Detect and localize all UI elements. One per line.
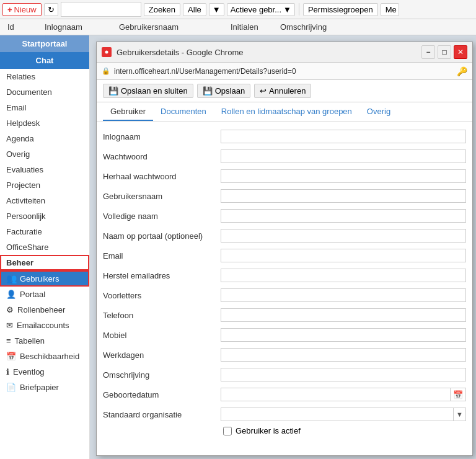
- input-telefoon[interactable]: [221, 308, 466, 322]
- sidebar-item-overig[interactable]: Overig: [0, 146, 89, 162]
- gebruikers-icon: 👥: [6, 274, 17, 283]
- sidebar-item-briefpapier[interactable]: 📄 Briefpapier: [0, 380, 89, 395]
- col-id: Id: [2, 22, 40, 32]
- sidebar-item-officeshare[interactable]: OfficeShare: [0, 239, 89, 255]
- dropdown-arrow: ▼: [283, 5, 291, 14]
- gebruiker-actief-row: Gebruiker is actief: [103, 426, 466, 435]
- nieuw-label: Nieuw: [14, 5, 37, 14]
- modal-tabs: Gebruiker Documenten Rollen en lidmaatsc…: [97, 102, 472, 122]
- sidebar-item-helpdesk[interactable]: Helpdesk: [0, 115, 89, 131]
- minimize-button[interactable]: −: [421, 45, 435, 59]
- emailaccounts-label: Emailaccounts: [17, 321, 69, 330]
- dropdown-arrow-icon[interactable]: ▼: [453, 408, 465, 421]
- permissiegroepen-button[interactable]: Permissiegroepen: [303, 3, 378, 16]
- sidebar-item-beschikbaarheid[interactable]: 📅 Beschikbaarheid: [0, 349, 89, 364]
- sidebar-item-portaal[interactable]: 👤 Portaal: [0, 287, 89, 302]
- sidebar-item-persoonlijk[interactable]: Persoonlijk: [0, 208, 89, 224]
- annuleren-button[interactable]: ↩ Annuleren: [254, 84, 311, 98]
- input-werkdagen[interactable]: [221, 348, 466, 362]
- nieuw-button[interactable]: + Nieuw: [2, 3, 42, 16]
- sidebar-item-relaties[interactable]: Relaties: [0, 69, 89, 84]
- sidebar-item-activiteiten[interactable]: Activiteiten: [0, 193, 89, 208]
- sidebar-item-gebruikers[interactable]: 👥 Gebruikers: [0, 270, 89, 287]
- close-button[interactable]: ✕: [454, 45, 467, 59]
- sidebar-item-projecten[interactable]: Projecten: [0, 177, 89, 193]
- label-omschrijving: Omschrijving: [103, 370, 221, 380]
- col-inlognaam: Inlognaam: [40, 22, 114, 32]
- sidebar-item-agenda[interactable]: Agenda: [0, 131, 89, 146]
- label-geboortedatum: Geboortedatum: [103, 390, 221, 399]
- input-herstel-emailadres[interactable]: [221, 269, 466, 282]
- save-icon: 💾: [203, 86, 213, 96]
- sidebar-item-rollenbeheer[interactable]: ⚙ Rollenbeheer: [0, 302, 89, 318]
- emailaccounts-icon: ✉: [6, 321, 13, 330]
- sidebar: Startportaal Chat Relaties Documenten Em…: [0, 35, 90, 459]
- input-naam-portaal[interactable]: [221, 229, 466, 243]
- rollenbeheer-label: Rollenbeheer: [17, 305, 65, 314]
- input-volledige-naam[interactable]: [221, 209, 466, 223]
- opslaan-sluiten-button[interactable]: 💾 Opslaan en sluiten: [103, 84, 193, 98]
- input-wachtwoord[interactable]: [221, 149, 466, 163]
- sidebar-item-email[interactable]: Email: [0, 100, 89, 115]
- geboortedatum-wrapper: 📅: [221, 388, 466, 401]
- maximize-button[interactable]: □: [438, 45, 451, 59]
- label-mobiel: Mobiel: [103, 331, 221, 340]
- label-werkdagen: Werkdagen: [103, 350, 221, 360]
- sidebar-item-tabellen[interactable]: ≡ Tabellen: [0, 333, 89, 349]
- sidebar-item-chat[interactable]: Chat: [0, 52, 89, 69]
- address-bar: 🔒 intern.officeheart.nl/UserManagement/D…: [97, 63, 472, 80]
- separator: [299, 3, 299, 16]
- calendar-icon[interactable]: 📅: [450, 388, 465, 401]
- input-standaard-organisatie[interactable]: [221, 408, 453, 421]
- tab-gebruiker[interactable]: Gebruiker: [103, 103, 153, 121]
- alle-button[interactable]: Alle: [183, 3, 206, 16]
- opslaan-sluiten-label: Opslaan en sluiten: [121, 86, 188, 96]
- checkbox-gebruiker-actief[interactable]: [223, 427, 232, 435]
- form-row-gebruikersnaam: Gebruikersnaam: [103, 188, 466, 204]
- refresh-button[interactable]: ↻: [44, 3, 58, 16]
- rollenbeheer-icon: ⚙: [6, 305, 14, 314]
- input-geboortedatum[interactable]: [221, 388, 450, 401]
- tab-overig[interactable]: Overig: [359, 103, 398, 121]
- form-row-werkdagen: Werkdagen: [103, 347, 466, 363]
- sidebar-item-evaluaties[interactable]: Evaluaties: [0, 162, 89, 177]
- opslaan-button[interactable]: 💾 Opslaan: [197, 84, 250, 98]
- actieve-gebruikers-dropdown[interactable]: Actieve gebr... ▼: [227, 3, 295, 16]
- input-inlognaam[interactable]: [221, 130, 466, 143]
- sidebar-item-beheer[interactable]: Beheer: [0, 255, 89, 270]
- label-wachtwoord: Wachtwoord: [103, 152, 221, 161]
- sidebar-item-startportaal[interactable]: Startportaal: [0, 35, 89, 52]
- modal-form: Inlognaam Wachtwoord Herhaal wachtwoord …: [97, 122, 472, 455]
- input-herhaal-wachtwoord[interactable]: [221, 169, 466, 183]
- chrome-icon: [103, 48, 110, 56]
- form-row-herhaal-wachtwoord: Herhaal wachtwoord: [103, 168, 466, 184]
- column-headers: Id Inlognaam Gebruikersnaam Initialen Om…: [0, 19, 476, 35]
- form-row-email: Email: [103, 247, 466, 264]
- sidebar-item-eventlog[interactable]: ℹ Eventlog: [0, 364, 89, 380]
- address-text: intern.officeheart.nl/UserManagement/Det…: [114, 67, 453, 76]
- input-voorletters[interactable]: [221, 288, 466, 302]
- briefpapier-icon: 📄: [6, 383, 16, 392]
- search-input[interactable]: [61, 2, 141, 17]
- modal-overlay: Gebruikersdetails - Google Chrome − □ ✕ …: [90, 35, 476, 459]
- tab-documenten[interactable]: Documenten: [153, 103, 214, 121]
- me-button[interactable]: Me: [381, 3, 399, 16]
- sidebar-item-facturatie[interactable]: Facturatie: [0, 224, 89, 239]
- input-omschrijving[interactable]: [221, 368, 466, 381]
- input-mobiel[interactable]: [221, 328, 466, 342]
- sidebar-item-documenten[interactable]: Documenten: [0, 84, 89, 100]
- input-email[interactable]: [221, 249, 466, 262]
- portaal-icon: 👤: [6, 290, 16, 299]
- action-bar: 💾 Opslaan en sluiten 💾 Opslaan ↩ Annuler…: [97, 80, 472, 102]
- zoeken-button[interactable]: Zoeken: [144, 3, 180, 16]
- tab-rollen[interactable]: Rollen en lidmaatschap van groepen: [214, 103, 359, 121]
- lock-icon: 🔒: [102, 67, 110, 75]
- tabellen-label: Tabellen: [15, 336, 45, 345]
- label-email: Email: [103, 251, 221, 261]
- eventlog-label: Eventlog: [13, 367, 45, 377]
- form-row-telefoon: Telefoon: [103, 307, 466, 323]
- sidebar-item-emailaccounts[interactable]: ✉ Emailaccounts: [0, 318, 89, 333]
- main-toolbar: + Nieuw ↻ Zoeken Alle ▼ Actieve gebr... …: [0, 0, 476, 19]
- cancel-icon: ↩: [260, 86, 267, 96]
- input-gebruikersnaam[interactable]: [221, 189, 466, 203]
